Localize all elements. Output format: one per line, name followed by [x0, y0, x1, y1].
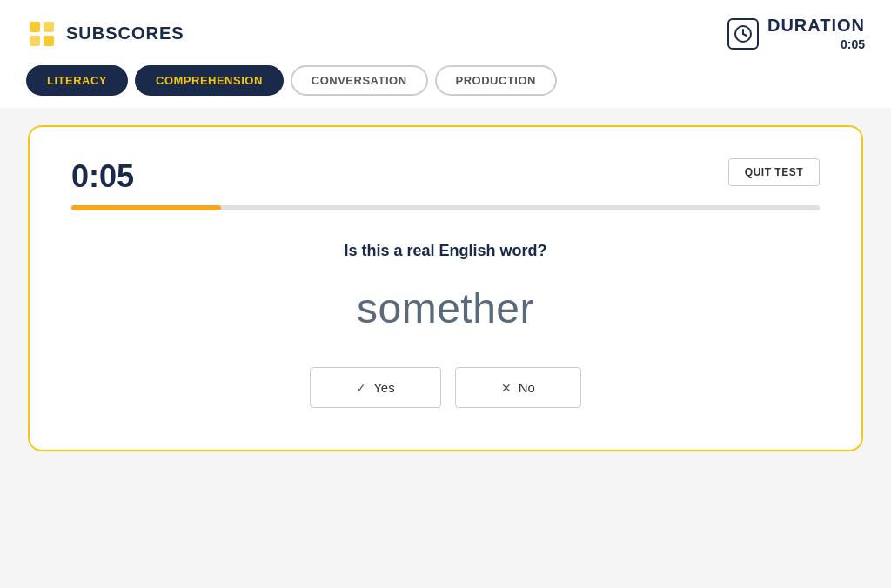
duration-label: DURATION [767, 16, 865, 35]
app-title: SUBSCORES [66, 23, 184, 43]
no-label: No [519, 380, 535, 395]
check-icon: ✓ [356, 381, 366, 395]
tabs-row: LITERACY COMPREHENSION CONVERSATION PROD… [0, 60, 891, 108]
question-card: 0:05 QUIT TEST Is this a real English wo… [28, 125, 863, 451]
svg-rect-2 [30, 36, 40, 46]
tab-literacy[interactable]: LITERACY [26, 65, 128, 96]
x-icon: ✕ [501, 381, 512, 395]
progress-bar-background [71, 205, 820, 210]
word-display: somether [71, 284, 820, 332]
yes-label: Yes [373, 380, 394, 395]
progress-bar-fill [71, 205, 221, 210]
logo-area: SUBSCORES [26, 18, 184, 50]
duration-text-block: DURATION 0:05 [767, 16, 865, 51]
answer-buttons: ✓ Yes ✕ No [71, 367, 820, 408]
logo-icon [26, 18, 57, 50]
card-timer: 0:05 [71, 158, 134, 195]
clock-icon [727, 18, 759, 50]
question-text: Is this a real English word? [71, 242, 820, 260]
tab-comprehension[interactable]: COMPREHENSION [135, 65, 284, 96]
card-top-row: 0:05 QUIT TEST [71, 158, 820, 195]
quit-test-button[interactable]: QUIT TEST [728, 158, 820, 186]
no-button[interactable]: ✕ No [455, 367, 581, 408]
svg-rect-0 [30, 22, 40, 32]
duration-area: DURATION 0:05 [727, 16, 865, 51]
duration-value: 0:05 [767, 37, 865, 51]
tab-production[interactable]: PRODUCTION [435, 65, 557, 96]
yes-button[interactable]: ✓ Yes [310, 367, 440, 408]
svg-rect-1 [44, 22, 54, 32]
header: SUBSCORES DURATION 0:05 [0, 0, 891, 60]
svg-line-6 [743, 34, 747, 36]
tab-conversation[interactable]: CONVERSATION [291, 65, 428, 96]
main-content: 0:05 QUIT TEST Is this a real English wo… [0, 108, 891, 588]
svg-rect-3 [44, 36, 54, 46]
